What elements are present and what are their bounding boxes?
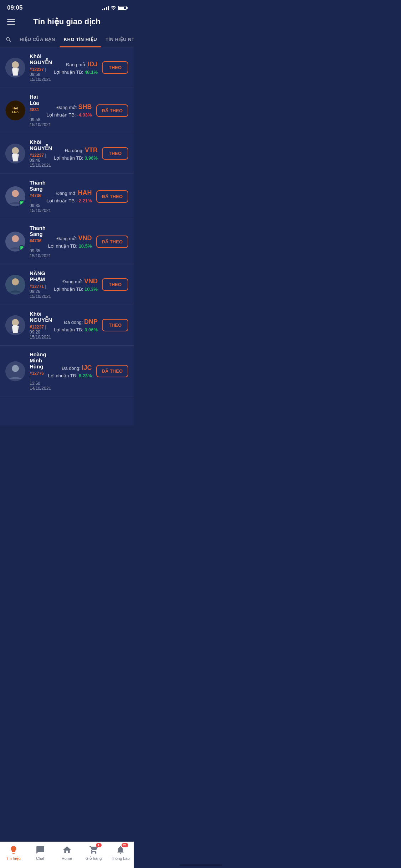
timestamp: 09:58 15/10/2021 [30, 72, 51, 82]
timestamp: 13:50 14/10/2021 [30, 381, 51, 391]
tab-kho-tin-hieu[interactable]: KHO TÍN HIỆU [60, 32, 101, 47]
signal-profit-row: Lợi nhuận TB: 10.5% [46, 243, 92, 249]
follow-button[interactable]: THEO [102, 61, 128, 74]
avatar [5, 315, 25, 335]
signal-item: Khôi NGUYỄN #12237 | 09:20 15/10/2021 Đã… [0, 305, 134, 346]
svg-rect-4 [13, 68, 17, 76]
signal-status: Đã đóng: VTR [51, 146, 98, 154]
user-name: Thanh Sang [30, 180, 41, 192]
status-bar: 09:05 [0, 0, 134, 14]
signal-info: Đang mở: VND Lợi nhuận TB: 10.5% [46, 234, 92, 249]
search-icon[interactable] [5, 32, 15, 47]
signal-info: Đang mở: SHB Lợi nhuận TB: -4.03% [46, 103, 92, 118]
user-meta: #831 | 09:58 15/10/2021 [30, 107, 41, 127]
follow-button[interactable]: THEO [102, 319, 128, 331]
signal-item: Hoàng Minh Hùng #12776 | 13:50 14/10/202… [0, 346, 134, 397]
profit-value: 8.23% [79, 373, 92, 378]
user-info: Hoàng Minh Hùng #12776 | 13:50 14/10/202… [30, 351, 41, 391]
user-name: Khôi NGUYỄN [30, 311, 47, 323]
signal-item: Khôi NGUYỄN #12237 | 09:46 15/10/2021 Đã… [0, 133, 134, 174]
user-name: NĂNG PHẠM [30, 270, 47, 283]
separator: | [45, 153, 46, 158]
signal-info: Đang mở: IDJ Lợi nhuận TB: 48.1% [51, 61, 98, 75]
signal-ticker: IJC [82, 364, 92, 371]
signal-status: Đang mở: HAH [46, 189, 92, 197]
separator: | [30, 243, 31, 248]
tab-tin-hieu-ntv[interactable]: TÍN HIỆU NTV [101, 32, 134, 47]
timestamp: 09:46 15/10/2021 [30, 158, 51, 168]
verified-badge: ✓ [19, 245, 25, 251]
user-info: NĂNG PHẠM #13771 | 09:26 15/10/2021 [30, 270, 47, 299]
status-time: 09:05 [7, 4, 22, 11]
timestamp: 09:58 15/10/2021 [30, 117, 51, 127]
signal-info: Đã đóng: DNP Lợi nhuận TB: 3.06% [51, 318, 98, 332]
separator: | [45, 325, 46, 330]
timestamp: 09:20 15/10/2021 [30, 330, 51, 340]
user-meta: #4736 | 09:35 15/10/2021 [30, 193, 41, 213]
user-name: Khôi NGUYỄN [30, 53, 47, 66]
follow-button[interactable]: ĐÃ THEO [96, 365, 129, 377]
verified-badge: ✓ [19, 200, 25, 206]
signal-status: Đang mở: SHB [46, 103, 92, 111]
user-meta: #12776 | 13:50 14/10/2021 [30, 371, 41, 391]
tab-hieu-cua-ban[interactable]: HIỆU CỦA BẠN [15, 32, 60, 47]
user-id: #831 [30, 107, 39, 112]
svg-point-6 [12, 147, 19, 154]
avatar [5, 58, 25, 78]
signal-ticker: SHB [78, 103, 92, 110]
signal-item: HAILUA Hai Lúa #831 | 09:58 15/10/2021 Đ… [0, 88, 134, 133]
status-icons [102, 5, 127, 11]
follow-button[interactable]: THEO [102, 278, 128, 291]
signal-list: Khôi NGUYỄN #12237 | 09:58 15/10/2021 Đa… [0, 47, 134, 425]
follow-button[interactable]: ĐÃ THEO [96, 104, 129, 117]
signal-info: Đang mở: HAH Lợi nhuận TB: -2.21% [46, 189, 92, 203]
signal-status: Đã đóng: IJC [46, 364, 92, 372]
signal-item: NĂNG PHẠM #13771 | 09:26 15/10/2021 Đang… [0, 264, 134, 305]
header: Tín hiệu giao dịch [0, 14, 134, 32]
user-id: #12776 [30, 371, 44, 376]
profit-value: 3.06% [84, 327, 98, 332]
signal-ticker: IDJ [88, 61, 98, 68]
avatar [5, 275, 25, 295]
signal-profit-row: Lợi nhuận TB: 48.1% [51, 69, 98, 75]
signal-profit-row: Lợi nhuận TB: -2.21% [46, 198, 92, 203]
follow-button[interactable]: ĐÃ THEO [96, 236, 129, 248]
menu-icon[interactable] [7, 19, 15, 25]
user-meta: #12237 | 09:46 15/10/2021 [30, 153, 47, 168]
signal-item: ✓ Thanh Sang #4736 | 09:35 15/10/2021 Đa… [0, 174, 134, 219]
follow-button[interactable]: ĐÃ THEO [96, 190, 129, 203]
page-title: Tín hiệu giao dịch [33, 17, 101, 26]
timestamp: 09:35 15/10/2021 [30, 203, 51, 213]
signal-profit-row: Lợi nhuận TB: -4.03% [46, 112, 92, 118]
user-meta: #12237 | 09:58 15/10/2021 [30, 67, 47, 82]
signal-strength-icon [102, 5, 109, 10]
follow-button[interactable]: THEO [102, 147, 128, 160]
avatar [5, 361, 25, 381]
user-info: Khôi NGUYỄN #12237 | 09:20 15/10/2021 [30, 311, 47, 340]
svg-point-22 [12, 365, 19, 372]
avatar: HAILUA [5, 100, 25, 120]
signal-profit-row: Lợi nhuận TB: 10.3% [51, 286, 98, 292]
profit-value: 3.96% [84, 155, 98, 161]
svg-point-17 [12, 319, 19, 326]
svg-point-15 [12, 278, 19, 285]
timestamp: 09:35 15/10/2021 [30, 248, 51, 258]
signal-status: Đang mở: VND [46, 234, 92, 242]
svg-point-13 [12, 235, 19, 242]
user-id: #13771 [30, 284, 44, 289]
profit-value: 48.1% [84, 69, 98, 75]
user-id: #12237 [30, 325, 44, 330]
user-name: Hai Lúa [30, 94, 41, 106]
user-name: Khôi NGUYỄN [30, 139, 47, 151]
signal-info: Đang mở: VND Lợi nhuận TB: 10.3% [51, 278, 98, 292]
signal-ticker: VND [78, 234, 92, 242]
signal-profit-row: Lợi nhuận TB: 3.96% [51, 155, 98, 161]
signal-profit-row: Lợi nhuận TB: 3.06% [51, 327, 98, 332]
user-meta: #12237 | 09:20 15/10/2021 [30, 325, 47, 340]
wifi-icon [110, 5, 116, 11]
user-info: Thanh Sang #4736 | 09:35 15/10/2021 [30, 225, 41, 258]
user-name: Hoàng Minh Hùng [30, 351, 41, 370]
signal-status: Đang mở: IDJ [51, 61, 98, 68]
separator: | [30, 198, 31, 203]
svg-rect-20 [13, 325, 17, 333]
